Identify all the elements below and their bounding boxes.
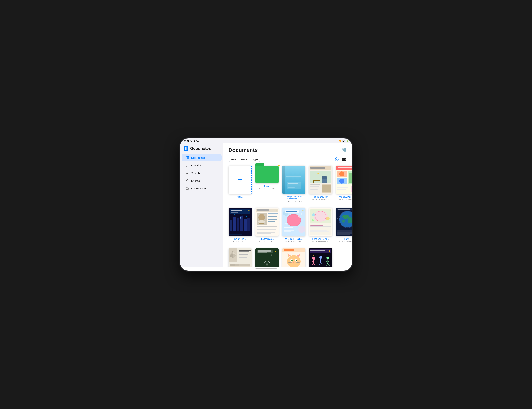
doc-item-new[interactable]: + New... — [228, 165, 252, 202]
doc-date-gs: 19 Jul 2023 at 13:13 — [285, 200, 302, 202]
svg-text:★: ★ — [275, 250, 277, 253]
doc-name-shakespeare: Shakespeare ▾ — [260, 238, 274, 240]
doc-date-feed-your-mind: 19 Jul 2023 at 09:47 — [312, 241, 329, 243]
svg-rect-79 — [229, 233, 247, 234]
svg-rect-75 — [231, 212, 238, 213]
thumb-workout-planner — [336, 165, 352, 194]
grid-view-icon[interactable] — [341, 157, 347, 162]
sidebar-item-shared[interactable]: Shared — [182, 177, 221, 184]
svg-rect-148 — [337, 229, 352, 229]
svg-text:☆: ☆ — [302, 209, 304, 212]
svg-rect-83 — [257, 209, 269, 210]
svg-rect-89 — [268, 215, 276, 215]
svg-rect-124 — [311, 225, 323, 226]
svg-rect-25 — [311, 167, 325, 169]
svg-point-223 — [292, 260, 292, 261]
svg-point-144 — [342, 220, 345, 223]
chevron-study: ▾ — [269, 185, 270, 187]
svg-rect-91 — [268, 218, 276, 218]
svg-rect-204 — [257, 250, 271, 252]
chevron-feed-your-mind: ▾ — [328, 238, 329, 240]
svg-rect-127 — [311, 229, 330, 229]
thumb-shakespeare: ☆ — [255, 208, 279, 236]
chevron-gs: ▾ — [304, 197, 305, 199]
chevron-earth: ▾ — [350, 238, 351, 240]
svg-point-199 — [271, 255, 272, 256]
doc-item-shakespeare[interactable]: ☆ Shakespeare ▾ 19 Jul 2023 at 09:47 — [255, 208, 279, 243]
doc-item-cat-fun-facts[interactable]: ☆ Cat - Fun Facts ▾ 19 Jul 2023 at 09:47 — [282, 248, 305, 267]
svg-rect-151 — [337, 232, 352, 233]
svg-text:☆: ☆ — [276, 210, 277, 212]
svg-point-6 — [186, 180, 188, 181]
doc-item-ice-cream[interactable]: ☆ Ice Cream Recipe ▾ 19 Jul 2023 at 09:4… — [282, 208, 305, 243]
svg-rect-97 — [257, 231, 274, 231]
sidebar-item-search-label: Search — [191, 172, 200, 175]
svg-rect-17 — [286, 176, 301, 177]
doc-item-smart-city[interactable]: ★ Smart City ▾ 19 Jul 2023 at 09:47 — [228, 208, 252, 243]
svg-point-196 — [270, 264, 270, 264]
sort-date-button[interactable]: Date — [229, 157, 239, 162]
svg-point-251 — [326, 256, 329, 259]
sort-name-button[interactable]: Name — [239, 157, 250, 162]
main-content: Documents ⚙️ Date Name Type — [223, 143, 352, 267]
thumb-feed-your-mind: ☆ — [309, 208, 332, 236]
svg-rect-90 — [268, 216, 277, 217]
check-icon[interactable] — [334, 157, 340, 162]
doc-item-workout-planner[interactable]: Workout Planner ▾ 19 Jul 2023 at 09:47 — [336, 165, 352, 202]
search-icon — [185, 171, 189, 175]
svg-rect-51 — [337, 189, 346, 190]
doc-item-dandelion-seeds[interactable]: ★ Dandelion Seeds ▾ 19 Jul 2023 at 09:47 — [255, 248, 279, 267]
svg-rect-78 — [229, 232, 246, 232]
dot3 — [270, 140, 271, 141]
svg-line-5 — [188, 173, 189, 174]
svg-rect-150 — [337, 231, 352, 232]
sort-type-button[interactable]: Type — [250, 157, 260, 162]
app-container: Goodnotes Documents Favorites — [180, 143, 352, 267]
doc-name-smart-city: Smart City ▾ — [234, 238, 246, 240]
thumb-angular-momentum: ★ — [309, 248, 332, 267]
svg-point-135 — [344, 210, 344, 210]
doc-date-workout: 19 Jul 2023 at 09:47 — [339, 199, 352, 200]
doc-item-study[interactable]: ★ Study ▾ 19 Jul 2023 at 18:51 — [255, 165, 279, 202]
svg-rect-171 — [235, 264, 239, 266]
doc-item-diamond-graphite[interactable]: Diamond Graphite ▾ 19 Jul 2023 at 09:47 — [228, 248, 252, 267]
svg-rect-27 — [313, 180, 320, 181]
svg-point-194 — [269, 262, 270, 263]
svg-rect-37 — [311, 189, 318, 190]
svg-rect-164 — [238, 253, 250, 254]
documents-icon — [185, 156, 189, 160]
svg-rect-49 — [337, 186, 350, 186]
svg-rect-112 — [284, 233, 293, 233]
home-bar — [255, 269, 277, 269]
page-title: Documents — [228, 147, 258, 153]
svg-rect-107 — [286, 211, 297, 212]
doc-item-earth[interactable]: Earth ▾ 19 Jul 2023 at 09:47 — [336, 208, 352, 243]
svg-rect-65 — [240, 217, 241, 218]
sidebar-item-favorites[interactable]: Favorites — [182, 162, 221, 169]
battery-icon: 🔋 — [346, 140, 348, 142]
settings-icon[interactable]: ⚙️ — [342, 148, 347, 152]
doc-name-new: New... — [237, 196, 243, 198]
doc-item-interior-design[interactable]: Interior Design ▾ 19 Jul 2023 at 09:55 — [309, 165, 332, 202]
doc-name-study: Study ▾ — [263, 185, 270, 187]
doc-name-workout-planner: Workout Planner ▾ — [339, 196, 352, 198]
svg-rect-67 — [240, 218, 241, 219]
svg-point-123 — [312, 219, 314, 221]
svg-rect-152 — [337, 233, 352, 234]
svg-rect-52 — [337, 191, 349, 191]
sidebar-item-documents[interactable]: Documents — [182, 154, 221, 161]
doc-item-getting-started[interactable]: ★ — [282, 165, 305, 202]
svg-rect-7 — [186, 188, 189, 190]
doc-item-feed-your-mind[interactable]: ☆ Feed Your Mind ▾ 19 Jul 2023 at 09:47 — [309, 208, 332, 243]
svg-point-47 — [339, 179, 344, 184]
doc-item-angular-momentum[interactable]: ★ Angular Momentum Dance ▾ 19 Jul 2023 a… — [309, 248, 332, 267]
svg-rect-170 — [230, 264, 235, 266]
brand-icon — [184, 146, 189, 151]
svg-text:☆: ☆ — [302, 249, 304, 252]
svg-rect-50 — [337, 187, 348, 188]
sidebar-item-search[interactable]: Search — [182, 169, 221, 177]
svg-rect-48 — [349, 173, 352, 183]
svg-text:★: ★ — [328, 250, 331, 253]
svg-rect-131 — [311, 234, 325, 234]
sidebar-item-marketplace[interactable]: Marketplace — [182, 185, 221, 192]
